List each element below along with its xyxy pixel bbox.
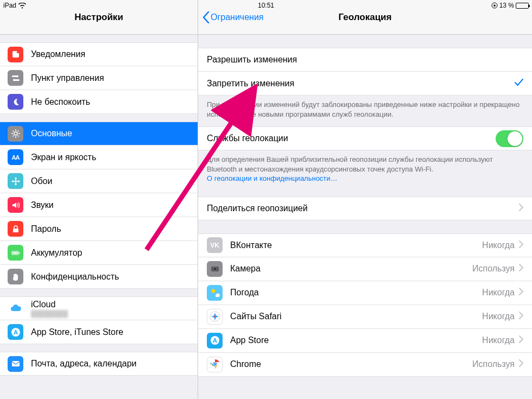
safari-app-icon: [207, 309, 223, 325]
privacy-link[interactable]: О геолокации и конфиденциальности…: [207, 174, 338, 182]
battery-icon: [516, 3, 529, 9]
chevron-right-icon: [519, 312, 523, 321]
svg-point-17: [15, 177, 16, 180]
location-services-toggle[interactable]: [496, 130, 523, 147]
mail-icon: [8, 356, 23, 372]
app-row-weather[interactable]: ПогодаНикогда: [198, 281, 532, 305]
sidebar-item-label: Обои: [31, 176, 52, 186]
svg-point-16: [15, 180, 17, 182]
svg-line-12: [12, 131, 14, 132]
sidebar-item-dnd[interactable]: Не беспокоить: [0, 90, 198, 114]
gear-icon: [8, 126, 23, 142]
svg-rect-24: [12, 252, 17, 254]
chevron-right-icon: [519, 240, 523, 250]
rotation-lock-icon: [491, 2, 498, 9]
app-label: ВКонтакте: [230, 240, 482, 250]
share-group: Поделиться геопозицией: [198, 197, 532, 220]
app-row-vk[interactable]: VKВКонтактеНикогда: [198, 233, 532, 257]
sidebar-item-label: Пункт управления: [31, 73, 104, 83]
deny-changes-row[interactable]: Запретить изменения: [198, 72, 532, 96]
status-time: 10:51: [258, 2, 274, 9]
sidebar-item-label: Не беспокоить: [31, 97, 90, 107]
app-value: Никогда: [482, 288, 515, 297]
svg-text:A: A: [213, 337, 217, 344]
app-value: Никогда: [482, 312, 515, 321]
app-label: Сайты Safari: [230, 312, 482, 321]
lock-icon: [8, 221, 23, 237]
svg-line-15: [12, 136, 14, 137]
sidebar-item-label: Конфиденциальность: [31, 272, 119, 282]
sidebar-item-passcode[interactable]: Пароль: [0, 217, 198, 241]
app-value: Используя: [472, 264, 515, 274]
svg-point-18: [15, 182, 16, 185]
location-services-row[interactable]: Службы геолокации: [198, 126, 532, 150]
app-label: App Store: [230, 335, 482, 345]
services-group: Службы геолокации: [198, 126, 532, 150]
svg-line-14: [17, 131, 18, 132]
device-label: iPad: [3, 2, 16, 9]
app-label: Погода: [230, 288, 482, 297]
chevron-right-icon: [519, 204, 523, 213]
detail-pane: Ограничения Геолокация Разрешить изменен…: [198, 0, 532, 399]
share-location-row[interactable]: Поделиться геопозицией: [198, 197, 532, 220]
svg-point-29: [213, 268, 217, 271]
speaker-icon: [8, 197, 23, 213]
sidebar-item-mail[interactable]: Почта, адреса, календари: [0, 352, 198, 376]
flower-icon: [8, 173, 23, 189]
svg-point-19: [11, 180, 14, 182]
apps-group: VKВКонтактеНикогдаКамераИспользуяПогодаН…: [198, 233, 532, 377]
sidebar-item-notifications[interactable]: Уведомления: [0, 42, 198, 66]
app-value: Используя: [472, 359, 515, 369]
chevron-right-icon: [519, 288, 523, 297]
notif-icon: [8, 47, 23, 62]
chevron-right-icon: [519, 335, 523, 345]
svg-point-7: [14, 132, 17, 135]
svg-rect-21: [13, 229, 18, 232]
app-label: Камера: [230, 264, 472, 274]
chrome-app-icon: [207, 357, 223, 372]
svg-rect-23: [19, 252, 20, 254]
sidebar-item-battery[interactable]: Аккумулятор: [0, 241, 198, 265]
sidebar-item-wallpaper[interactable]: Обои: [0, 169, 198, 193]
appstore-icon: A: [8, 324, 23, 340]
settings-sidebar: Настройки УведомленияПункт управленияНе …: [0, 0, 198, 399]
app-row-appstore[interactable]: AApp StoreНикогда: [198, 329, 532, 353]
chevron-right-icon: [519, 359, 523, 369]
app-row-chrome[interactable]: ChromeИспользуя: [198, 353, 532, 377]
back-label: Ограничения: [211, 12, 264, 22]
moon-icon: [8, 94, 23, 110]
sidebar-item-label: iCloud: [31, 300, 68, 309]
camera-app-icon: [207, 261, 223, 277]
sidebar-item-label: Звуки: [31, 200, 54, 210]
allow-changes-row[interactable]: Разрешить изменения: [198, 48, 532, 72]
svg-point-6: [13, 79, 15, 81]
app-row-camera[interactable]: КамераИспользуя: [198, 257, 532, 281]
sidebar-item-general[interactable]: Основные: [0, 122, 198, 145]
back-button[interactable]: Ограничения: [202, 11, 264, 23]
wifi-icon: [18, 3, 26, 9]
app-value: Никогда: [482, 335, 515, 345]
changes-group: Разрешить изменения Запретить изменения: [198, 48, 532, 96]
toggles-icon: [8, 70, 23, 86]
sidebar-item-display[interactable]: AAЭкран и яркость: [0, 145, 198, 169]
svg-point-30: [211, 289, 215, 293]
sidebar-item-label: Основные: [31, 129, 72, 138]
sidebar-item-control-center[interactable]: Пункт управления: [0, 66, 198, 90]
sidebar-item-label: Почта, адреса, календари: [31, 359, 137, 369]
aa-icon: AA: [8, 149, 23, 165]
svg-point-32: [214, 316, 216, 318]
hand-icon: [8, 269, 23, 284]
sidebar-item-appstore[interactable]: AApp Store, iTunes Store: [0, 320, 198, 344]
sidebar-item-sounds[interactable]: Звуки: [0, 193, 198, 217]
battery-icon: [8, 245, 23, 261]
app-row-safari[interactable]: Сайты SafariНикогда: [198, 305, 532, 329]
vk-app-icon: VK: [207, 237, 223, 253]
sidebar-item-privacy[interactable]: Конфиденциальность: [0, 265, 198, 289]
cloud-icon: [8, 301, 23, 316]
chevron-right-icon: [519, 264, 523, 274]
detail-title: Геолокация: [339, 12, 392, 23]
sidebar-title: Настройки: [74, 12, 123, 23]
sidebar-item-icloud[interactable]: iCloud████████: [0, 296, 198, 320]
app-label: Chrome: [230, 359, 472, 369]
sidebar-item-label: Экран и яркость: [31, 153, 96, 162]
